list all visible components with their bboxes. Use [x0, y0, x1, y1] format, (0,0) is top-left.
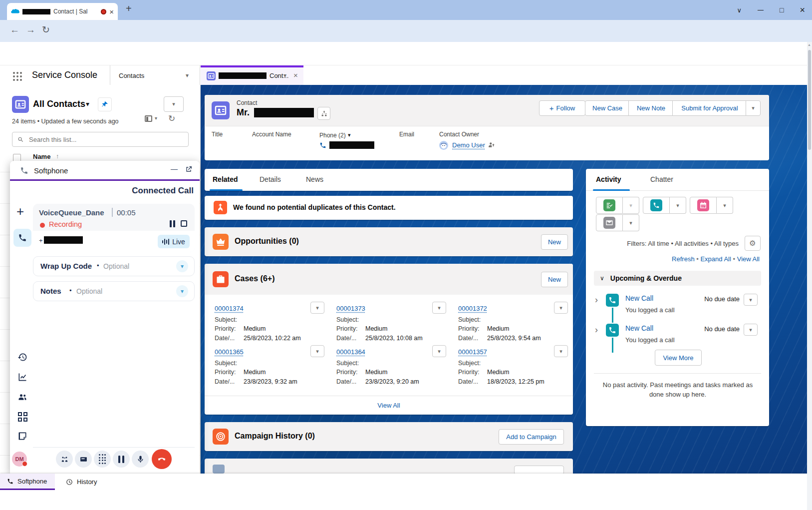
email-button[interactable] — [596, 214, 623, 231]
back-button[interactable]: ← — [10, 24, 19, 35]
list-view-chevron-icon[interactable]: ▾ — [86, 100, 89, 108]
wrap-up-code-section[interactable]: Wrap Up Code • Optional ▾ — [33, 256, 195, 276]
case-number-link[interactable]: 00001374 — [215, 305, 244, 312]
cases-title[interactable]: Cases (6+) — [235, 274, 275, 283]
new-case-button[interactable]: New Case — [585, 100, 630, 116]
upcoming-overdue-section[interactable]: ∨ Upcoming & Overdue — [594, 271, 761, 286]
tab-details[interactable]: Details — [260, 175, 281, 183]
activity-item-actions-button[interactable]: ▾ — [744, 294, 758, 306]
scrollbar-up-arrow[interactable]: ▲ — [808, 43, 811, 46]
wrapup-expand-chevron[interactable]: ▾ — [176, 260, 188, 272]
submit-for-approval-button[interactable]: Submit for Approval — [672, 100, 747, 116]
softphone-add-button[interactable]: + — [16, 204, 24, 219]
new-task-chevron-button[interactable]: ▾ — [623, 197, 639, 214]
activity-filters-gear-button[interactable]: ⚙ — [745, 236, 761, 251]
case-row-actions-button[interactable]: ▾ — [310, 345, 324, 357]
softphone-calls-tab[interactable] — [13, 229, 31, 247]
name-column-header[interactable]: Name — [33, 153, 50, 160]
follow-button[interactable]: + Follow — [539, 100, 585, 116]
case-number-link[interactable]: 00001364 — [336, 348, 365, 356]
record-tab-close-icon[interactable]: × — [293, 71, 298, 79]
opportunities-new-button[interactable]: New — [541, 234, 568, 250]
owner-link[interactable]: Demo User — [452, 141, 485, 149]
log-call-chevron-button[interactable]: ▾ — [670, 197, 686, 214]
pin-list-button[interactable] — [98, 97, 112, 111]
reload-button[interactable]: ↻ — [42, 24, 50, 35]
contacts-directory-icon[interactable] — [17, 392, 27, 402]
notes-pad-icon[interactable] — [17, 431, 27, 441]
hierarchy-button[interactable] — [317, 107, 330, 120]
new-event-button[interactable] — [690, 197, 717, 214]
case-row-actions-button[interactable]: ▾ — [432, 345, 446, 357]
dialpad-button[interactable] — [94, 451, 111, 468]
tab-chatter[interactable]: Chatter — [650, 175, 673, 183]
stats-chart-icon[interactable] — [17, 372, 27, 382]
utility-softphone-tab[interactable]: Softphone — [0, 474, 55, 490]
activity-view-all-link[interactable]: View All — [737, 255, 760, 263]
tab-news[interactable]: News — [306, 175, 323, 183]
nav-tab-contacts[interactable]: Contacts — [119, 72, 144, 79]
more-actions-button[interactable]: ▾ — [746, 100, 761, 116]
softphone-minimize-button[interactable]: — — [171, 165, 178, 173]
display-as-icon[interactable] — [145, 115, 152, 122]
call-history-icon[interactable] — [17, 352, 27, 362]
list-refresh-icon[interactable]: ↻ — [168, 113, 175, 124]
activity-item-actions-button[interactable]: ▾ — [744, 324, 758, 336]
campaign-title[interactable]: Campaign History (0) — [235, 432, 315, 441]
activity-item-title-link[interactable]: New Call — [625, 324, 653, 332]
case-number-link[interactable]: 00001372 — [458, 305, 487, 312]
email-chevron-button[interactable]: ▾ — [623, 214, 639, 231]
list-view-title[interactable]: All Contacts — [33, 99, 85, 109]
cases-view-all-link[interactable]: View All — [205, 402, 573, 409]
new-note-button[interactable]: New Note — [628, 100, 674, 116]
window-minimize-button[interactable]: — — [758, 6, 764, 13]
activity-expand-all-link[interactable]: Expand All — [700, 255, 731, 263]
notes-expand-chevron[interactable]: ▾ — [176, 285, 188, 297]
list-view-controls-button[interactable]: ▾ — [164, 96, 184, 112]
case-number-link[interactable]: 00001357 — [458, 348, 487, 356]
browser-tab[interactable]: Contact | Sal × — [7, 3, 118, 20]
transfer-call-button[interactable] — [56, 451, 73, 468]
opportunities-title[interactable]: Opportunities (0) — [235, 237, 299, 246]
change-owner-icon[interactable] — [488, 141, 495, 148]
new-task-button[interactable] — [596, 197, 623, 214]
mute-button[interactable] — [132, 451, 149, 468]
scrollbar-thumb[interactable] — [808, 50, 811, 150]
list-search-box[interactable] — [12, 132, 189, 147]
window-maximize-button[interactable]: □ — [780, 6, 784, 14]
case-number-link[interactable]: 00001373 — [336, 305, 365, 312]
end-call-button[interactable] — [152, 449, 172, 469]
call-notes-section[interactable]: Notes • Optional ▾ — [33, 281, 195, 301]
activity-item-title-link[interactable]: New Call — [625, 294, 653, 302]
tab-close-icon[interactable]: × — [109, 7, 114, 16]
tab-related[interactable]: Related — [213, 175, 238, 183]
voicemail-drop-button[interactable] — [75, 451, 92, 468]
new-tab-button[interactable]: + — [126, 3, 132, 14]
display-as-chevron-icon[interactable]: ▾ — [155, 115, 157, 121]
item-expand-chevron-icon[interactable]: › — [595, 295, 598, 305]
tab-search-chevron-icon[interactable]: ∨ — [737, 6, 742, 14]
contacts-tab-chevron-icon[interactable]: ▾ — [186, 72, 189, 79]
softphone-popout-icon[interactable] — [185, 165, 193, 173]
pause-recording-button[interactable] — [170, 220, 175, 227]
utility-history-tab[interactable]: History — [59, 474, 104, 490]
softphone-user-avatar[interactable]: DM — [12, 452, 27, 467]
case-row-actions-button[interactable]: ▾ — [432, 302, 446, 314]
list-search-input[interactable] — [28, 135, 183, 144]
view-more-button[interactable]: View More — [655, 350, 702, 366]
apps-grid-icon[interactable] — [18, 412, 27, 422]
activity-refresh-link[interactable]: Refresh — [672, 255, 695, 263]
phone-dropdown-chevron-icon[interactable]: ▾ — [348, 132, 351, 138]
record-tab-chevron-icon[interactable]: ▾ — [283, 72, 286, 79]
add-to-campaign-button[interactable]: Add to Campaign — [499, 429, 564, 445]
new-event-chevron-button[interactable]: ▾ — [717, 197, 733, 214]
record-tab[interactable]: Cont... ▾ × — [201, 65, 303, 85]
window-close-button[interactable]: × — [800, 5, 805, 15]
cases-new-button[interactable]: New — [541, 272, 568, 287]
stop-recording-button[interactable] — [181, 220, 187, 227]
item-expand-chevron-icon[interactable]: › — [595, 325, 598, 335]
case-row-actions-button[interactable]: ▾ — [554, 302, 568, 314]
hold-call-button[interactable] — [113, 451, 130, 468]
case-row-actions-button[interactable]: ▾ — [554, 345, 568, 357]
log-call-button[interactable] — [643, 197, 670, 214]
